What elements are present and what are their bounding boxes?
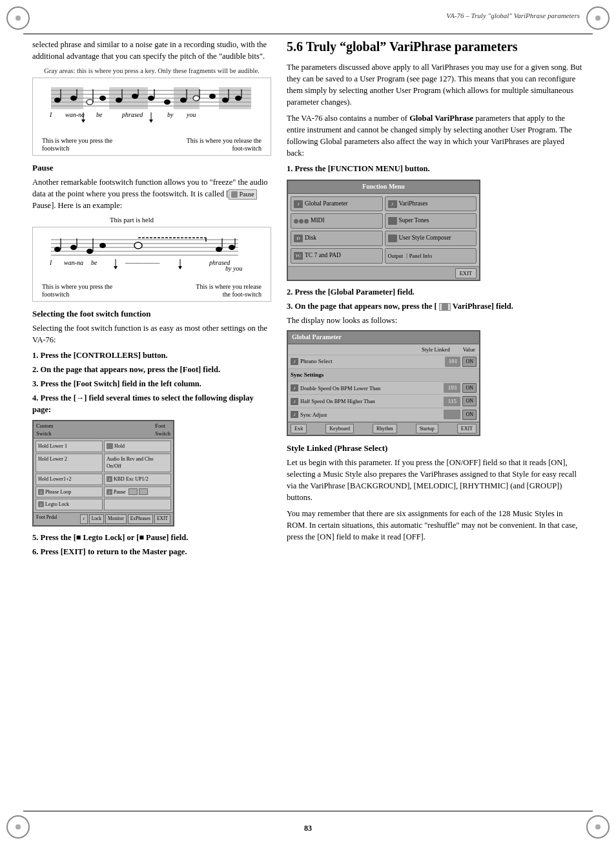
intro-paragraph: selected phrase and similar to a noise g…	[32, 39, 271, 62]
fs-btn-1: Hold Lower 1	[36, 441, 103, 452]
svg-text:by: by	[167, 111, 174, 118]
func-exit-btn: EXIT	[455, 268, 477, 278]
step-3: 3. Press the [Foot Switch] field in the …	[32, 378, 271, 390]
svg-point-15	[99, 96, 106, 101]
right-intro-1: The parameters discussed above apply to …	[287, 61, 584, 109]
svg-text:be: be	[96, 111, 103, 118]
svg-point-25	[193, 96, 200, 101]
func-menu-grid: ♪ Global Parameter ♪ VariPhrases	[288, 194, 479, 266]
corner-inner-tl	[15, 16, 21, 21]
fs-btn-8: ♪ Pause	[104, 486, 171, 498]
func-btn-disk: D Disk	[291, 231, 383, 246]
svg-text:you: you	[186, 111, 196, 118]
fig1-caption: Gray areas: this is where you press a ke…	[32, 66, 271, 76]
corner-decoration-tr	[586, 6, 610, 30]
super-tones-icon	[388, 217, 397, 225]
style-linked-para2: You may remember that there are six assi…	[287, 508, 584, 543]
step-2: 2. On the page that appears now, press t…	[32, 364, 271, 375]
fs-btn-6: ♪ KBD Exc UP1/2	[104, 474, 171, 485]
fig1-label-left: This is where you press the footswitch	[42, 137, 119, 152]
fig1-svg: I wan-na be phrased by you	[38, 81, 258, 132]
global-param-container: Global Parameter Style Linked Value ♪ Ph…	[287, 330, 584, 436]
svg-point-52	[70, 245, 77, 250]
chapter-heading-area: 5.6 Truly “global” VariPhrase parameters	[287, 39, 584, 55]
right-step-3: 3. On the page that appears now, press t…	[287, 300, 584, 312]
svg-point-18	[132, 94, 138, 99]
gp-row-sync: Sync Settings	[288, 369, 479, 382]
right-column: 5.6 Truly “global” VariPhrase parameters…	[287, 39, 584, 806]
svg-point-30	[235, 96, 241, 101]
func-btn-variphrases: ♪ VariPhrases	[385, 196, 477, 212]
func-btn-user-style: User Style Composer	[385, 231, 477, 246]
gp-bottom-row: Exit Keyboard Rhythm Startup EXIT	[288, 422, 479, 435]
gp-row-3: ♪ Double Speed On BPM Lower Than 193 ON	[288, 382, 479, 395]
gp-title-bar: Global Parameter	[288, 331, 479, 344]
style-linked-para1: Let us begin with this parameter. If you…	[287, 457, 584, 504]
corner-decoration-br	[586, 815, 610, 839]
svg-point-16	[116, 98, 122, 103]
svg-point-20	[148, 96, 154, 101]
svg-rect-6	[109, 87, 148, 109]
svg-text:——————: ——————	[125, 259, 159, 266]
chapter-title: 5.6 Truly “global” VariPhrase parameters	[287, 39, 584, 55]
page-header: VA-76 – Truly "global" VariPhrase parame…	[446, 12, 580, 19]
page-number: 83	[304, 824, 312, 833]
svg-point-27	[209, 94, 216, 99]
style-linked-heading: Style Linked (Phrase Select)	[287, 443, 584, 455]
func-btn-output: Output | Panel Info	[385, 248, 477, 264]
corner-inner-bl	[15, 824, 21, 829]
right-step-2: 2. Press the [Global Parameter] field.	[287, 286, 584, 298]
fig2-label-row: This is where you press the footswitch T…	[38, 283, 265, 298]
svg-point-22	[164, 99, 170, 105]
global-param-screen: Global Parameter Style Linked Value ♪ Ph…	[287, 330, 480, 436]
func-menu-bottom: EXIT	[288, 266, 479, 280]
fs-btn-9: ♪ Legto Lock	[36, 499, 103, 510]
fs-btn-5: Hold Lower1+2	[36, 474, 103, 485]
svg-text:I: I	[49, 259, 52, 266]
svg-point-11	[70, 96, 77, 101]
left-column: selected phrase and similar to a noise g…	[32, 39, 271, 806]
fig2-label-right: This is where you release the foot-switc…	[190, 283, 262, 298]
step-5: 5. Press the [■ Legto Lock] or [■ Pause]…	[32, 532, 271, 543]
svg-marker-41	[149, 120, 153, 123]
step-4: 4. Press the [→] field several times to …	[32, 392, 271, 415]
footswitch-screen: CustomSwitch FootSwitch Hold Lower 1 Hol…	[32, 420, 174, 527]
fig2-svg: I wan-na be —————— phrased by you	[38, 230, 245, 278]
foot-switch-heading: Selecting the foot switch function	[32, 308, 271, 320]
fig2-label-left: This is where you press the footswitch	[42, 283, 113, 298]
corner-inner-tr	[595, 16, 601, 21]
svg-point-9	[54, 98, 61, 103]
fs-grid: Hold Lower 1 Hold Hold Lower 2 Audio In …	[34, 439, 173, 512]
tc7-icon: TC	[294, 252, 303, 260]
func-menu-title: Function Menu	[288, 181, 479, 194]
svg-point-13	[87, 99, 93, 105]
figure-1-phrase-gating: Gray areas: this is where you press a ke…	[32, 66, 271, 156]
svg-text:phrased: phrased	[121, 111, 143, 118]
svg-point-23	[180, 98, 187, 103]
svg-text:wan-na: wan-na	[65, 111, 85, 118]
svg-point-57	[216, 247, 222, 252]
step-6: 6. Press [EXIT] to return to the Master …	[32, 546, 271, 558]
svg-point-47	[134, 242, 142, 249]
right-step-3c: The display now looks as follows:	[287, 315, 584, 326]
svg-text:by you: by you	[225, 265, 242, 272]
border-bottom	[23, 811, 593, 811]
svg-text:I: I	[49, 111, 52, 118]
user-style-icon	[388, 235, 397, 242]
pause-text: Another remarkable footswitch function a…	[32, 176, 271, 212]
gp-header-row: Style Linked Value	[288, 344, 479, 355]
fig2-caption-top: This part is held	[32, 215, 271, 225]
variphrases-icon: ♪	[388, 200, 397, 208]
border-top	[23, 34, 593, 34]
corner-inner-br	[595, 824, 601, 829]
fs-btn-3: Hold Lower 2	[36, 454, 103, 472]
global-param-icon: ♪	[294, 200, 303, 208]
func-btn-super-tones: Super Tones	[385, 213, 477, 229]
function-menu-container: Function Menu ♪ Global Parameter ♪ VariP…	[287, 180, 584, 281]
svg-point-50	[54, 247, 61, 252]
pause-heading: Pause	[32, 162, 271, 174]
right-intro-2: The VA-76 also contains a number of Glob…	[287, 112, 584, 160]
svg-text:wan-na: wan-na	[64, 259, 83, 266]
content-area: selected phrase and similar to a noise g…	[32, 39, 584, 806]
footswitch-display-container: CustomSwitch FootSwitch Hold Lower 1 Hol…	[32, 420, 271, 527]
